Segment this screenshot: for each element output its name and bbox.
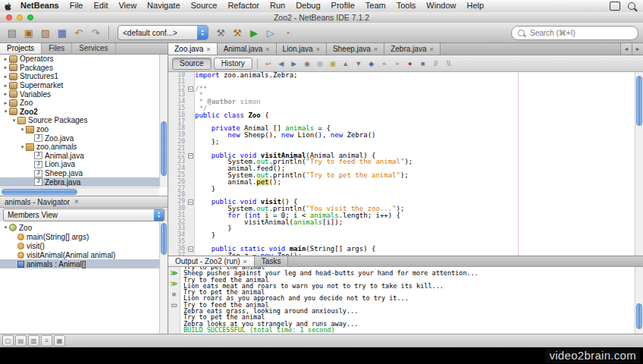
new-file-icon[interactable]: ▤	[5, 25, 20, 40]
editor-tab-lion-java[interactable]: Lion.java×	[277, 43, 327, 55]
scroll-tabs-left-icon[interactable]: ◂	[620, 43, 632, 55]
code-line-10[interactable]: 10import zoo.animals.Zebra;	[168, 72, 643, 79]
project-node-supermarket[interactable]: ▸Supermarket	[0, 81, 168, 90]
project-node-lion-java[interactable]: Lion.java	[0, 160, 168, 169]
fold-toggle-icon[interactable]: −	[187, 152, 195, 159]
close-tab-icon[interactable]: ×	[429, 46, 433, 53]
display-icon[interactable]	[610, 2, 620, 11]
code-line-19[interactable]: 19 new Sheep(), new Lion(), new Zebra()	[168, 132, 643, 139]
apple-menu-icon[interactable]	[0, 1, 15, 11]
close-tab-icon[interactable]: ×	[243, 258, 247, 265]
menu-tools[interactable]: Tools	[391, 0, 422, 12]
configuration-dropdown[interactable]: <default conf...> ▲▼	[118, 25, 209, 40]
menu-team[interactable]: Team	[360, 0, 391, 12]
project-node-animal-java[interactable]: Animal.java	[0, 152, 168, 161]
stop-macro-icon[interactable]: ■	[417, 58, 429, 70]
disclosure-icon[interactable]: ▾	[19, 127, 26, 133]
menu-view[interactable]: View	[113, 0, 142, 12]
code-line-20[interactable]: 20 };	[168, 139, 643, 146]
menu-netbeans[interactable]: NetBeans	[15, 0, 64, 12]
disclosure-icon[interactable]: ▸	[2, 74, 9, 80]
code-line-33[interactable]: 33 }	[168, 225, 643, 232]
navigator-node-zoo[interactable]: ▾Zoo	[0, 223, 168, 232]
project-node-zoo-java[interactable]: Zoo.java	[0, 133, 168, 143]
project-node-structures1[interactable]: ▸Structures1	[0, 72, 168, 81]
navigator-node-main-string-args[interactable]: main(String[] args)	[0, 232, 168, 241]
project-node-source-packages[interactable]: ▾Source Packages	[0, 116, 168, 125]
stop-icon[interactable]: ■	[169, 290, 179, 299]
fold-toggle-icon[interactable]: −	[187, 199, 195, 206]
navigator-node-visit[interactable]: visit()	[0, 241, 168, 250]
code-line-34[interactable]: 34 }	[168, 232, 643, 239]
editor-tab-zoo-java[interactable]: Zoo.java×	[168, 43, 218, 55]
projects-vertical-scrollbar[interactable]	[159, 55, 168, 187]
rerun-icon[interactable]: ≫	[169, 268, 179, 278]
history-button[interactable]: History	[214, 58, 252, 70]
project-node-packages[interactable]: ▸Packages	[0, 64, 168, 73]
project-node-sheep-java[interactable]: Sheep.java	[0, 169, 168, 178]
statusbar-icon-2[interactable]: ▤	[15, 335, 27, 347]
statusbar-icon-3[interactable]: ▥	[28, 335, 39, 347]
undo-icon[interactable]: ↶	[71, 25, 86, 40]
menu-window[interactable]: Window	[421, 0, 461, 12]
code-line-16[interactable]: 16public class Zoo {	[168, 112, 643, 119]
clear-icon[interactable]: ▭	[169, 300, 179, 309]
close-window-button[interactable]	[6, 14, 12, 20]
menu-profile[interactable]: Profile	[326, 0, 360, 12]
project-node-zoo[interactable]: ▾zoo	[0, 125, 168, 134]
menu-help[interactable]: Help	[461, 0, 489, 12]
output-scrollbar[interactable]	[635, 267, 643, 334]
open-project-icon[interactable]: ▨	[38, 25, 53, 40]
minimize-window-button[interactable]	[17, 14, 23, 20]
comment-icon[interactable]: //	[430, 58, 442, 70]
find-selection-icon[interactable]: ◉	[301, 58, 313, 70]
disclosure-icon[interactable]: ▸	[2, 100, 9, 106]
close-tab-icon[interactable]: ×	[316, 46, 320, 53]
tab-projects[interactable]: Projects	[0, 43, 42, 54]
redo-icon[interactable]: ↷	[88, 25, 103, 40]
shift-line-right-icon[interactable]: »	[391, 58, 403, 70]
menu-refactor[interactable]: Refactor	[222, 0, 265, 12]
menu-run[interactable]: Run	[265, 0, 290, 12]
search-field[interactable]	[511, 26, 638, 40]
build-icon[interactable]: ⚒	[213, 25, 228, 40]
statusbar-icon-4[interactable]: ≡	[41, 335, 52, 347]
close-navigator-icon[interactable]: ✕	[74, 196, 80, 208]
rerun-debug-icon[interactable]: ≫	[169, 279, 179, 288]
toggle-highlight-icon[interactable]: ▣	[327, 58, 339, 70]
disclosure-icon[interactable]: ▾	[2, 108, 9, 115]
menu-file[interactable]: File	[64, 0, 89, 12]
profile-icon[interactable]: ◔	[280, 25, 295, 40]
debug-icon[interactable]: ▷	[263, 25, 278, 40]
tab-tasks[interactable]: Tasks	[255, 256, 289, 266]
navigator-node-animals-animal[interactable]: animals : Animal[]	[0, 259, 168, 268]
editor-tab-zebra-java[interactable]: Zebra.java×	[384, 43, 441, 55]
forward-icon[interactable]: ▶	[288, 58, 300, 70]
menu-debug[interactable]: Debug	[290, 0, 325, 12]
save-all-icon[interactable]: ▦	[55, 25, 70, 40]
next-bookmark-icon[interactable]: ▼	[353, 58, 365, 70]
projects-horizontal-scrollbar[interactable]	[0, 187, 159, 196]
menu-source[interactable]: Source	[186, 0, 223, 12]
fold-toggle-icon[interactable]: −	[187, 86, 195, 93]
code-line-12[interactable]: 12−/**	[168, 86, 643, 93]
code-editor[interactable]: 10import zoo.animals.Zebra;1112−/**13 *1…	[168, 72, 643, 256]
project-node-zoo2[interactable]: ▾Zoo2	[0, 108, 168, 117]
statusbar-icon-1[interactable]: ▢	[2, 335, 14, 347]
previous-bookmark-icon[interactable]: ▲	[340, 58, 352, 70]
run-icon[interactable]: ▶	[246, 25, 262, 40]
clean-build-icon[interactable]: ⚒	[230, 25, 245, 40]
editor-tab-animal-java[interactable]: Animal.java×	[218, 43, 277, 55]
navigator-node-visitanimal-animal-animal[interactable]: visitAnimal(Animal animal)	[0, 250, 168, 259]
close-tab-icon[interactable]: ×	[265, 46, 269, 53]
menu-edit[interactable]: Edit	[88, 0, 113, 12]
disclosure-icon[interactable]: ▸	[2, 91, 9, 97]
code-line-14[interactable]: 14 * @author simon	[168, 99, 643, 105]
search-input[interactable]	[529, 28, 615, 38]
disclosure-icon[interactable]: ▾	[19, 144, 26, 150]
project-node-zebra-java[interactable]: Zebra.java	[0, 177, 168, 187]
close-tab-icon[interactable]: ×	[374, 46, 378, 53]
spotlight-icon[interactable]	[628, 2, 635, 10]
editor-scrollbar[interactable]	[635, 72, 643, 256]
source-button[interactable]: Source	[172, 58, 212, 70]
